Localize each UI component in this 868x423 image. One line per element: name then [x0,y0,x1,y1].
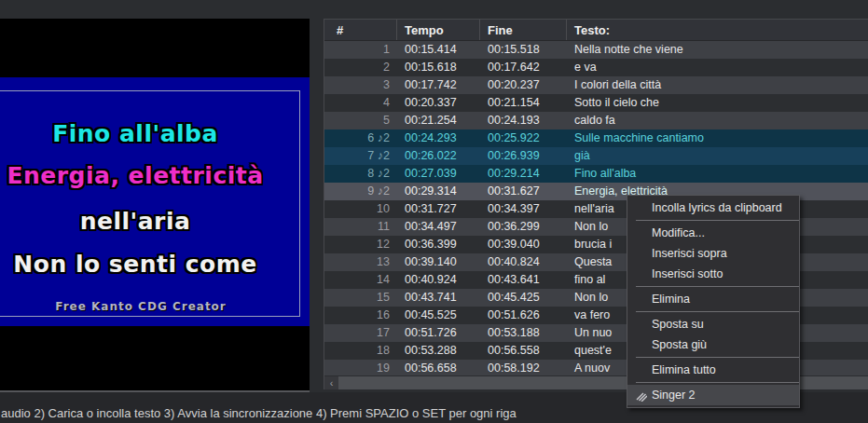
menu-item-label: Elimina [652,293,690,306]
cell-number: 16 [324,307,397,324]
cell-fine: 00:53.188 [480,324,567,342]
karaoke-lyric-line: nell'aria [0,208,270,235]
column-header-testo[interactable]: Testo: [567,20,868,40]
table-row[interactable]: 100:15.41400:15.518Nella notte che viene [324,41,868,59]
cell-fine: 00:25.922 [480,130,567,147]
cell-tempo: 00:39.140 [397,253,480,271]
cell-number: 19 [324,360,397,375]
cell-fine: 00:26.939 [480,147,567,165]
cell-tempo: 00:29.314 [397,183,480,200]
column-header-number[interactable]: # [324,20,397,40]
table-header: # Tempo Fine Testo: [324,20,868,41]
cdg-watermark: Free Kanto CDG Creator [6,300,276,313]
cell-number: 15 [324,289,397,307]
cell-number: 5 [324,112,397,130]
menu-item-elimina[interactable]: Elimina [627,289,799,309]
cell-fine: 00:51.626 [480,307,567,324]
menu-item-label: Sposta giù [652,338,707,351]
preview-lines: Fino all'albaEnergia, elettricitànell'ar… [0,77,270,326]
cell-tempo: 00:31.727 [397,200,480,218]
cell-tempo: 00:53.288 [397,342,480,360]
table-row[interactable]: 6 ♪200:24.29300:25.922Sulle macchine can… [324,130,868,147]
cell-tempo: 00:56.658 [397,360,480,375]
menu-separator [636,311,799,312]
scrollbar-left-arrow-icon[interactable]: ‹ [324,376,338,389]
cell-fine: 00:17.642 [480,59,567,76]
cell-fine: 00:45.425 [480,289,567,307]
cell-testo: Nella notte che viene [567,41,868,59]
menu-item-modifica[interactable]: Modifica... [627,223,799,243]
cell-testo: già [567,147,868,165]
cell-number: 17 [324,324,397,342]
karaoke-lyric-line: Energia, elettricità [0,162,270,189]
menu-separator [636,357,799,358]
cell-number: 8 ♪2 [324,165,397,183]
cell-number: 13 [324,253,397,271]
column-header-fine[interactable]: Fine [480,20,567,40]
cell-number: 6 ♪2 [324,130,397,147]
cell-fine: 00:36.299 [480,218,567,236]
table-row[interactable]: 7 ♪200:26.02200:26.939già [324,147,868,165]
cell-tempo: 00:34.497 [397,218,480,236]
cell-fine: 00:31.627 [480,183,567,200]
menu-item-label: Elimina tutto [652,363,716,376]
cell-fine: 00:40.824 [480,253,567,271]
menu-item-inserisci-sopra[interactable]: Inserisci sopra [627,243,799,264]
cell-tempo: 00:43.741 [397,289,480,307]
cell-tempo: 00:27.039 [397,165,480,183]
cell-tempo: 00:36.399 [397,236,480,253]
table-row[interactable]: 200:15.61800:17.642e va [324,59,868,76]
cell-fine: 00:56.558 [480,342,567,360]
cell-testo: caldo fa [567,112,868,130]
karaoke-lyric-line: Non lo senti come [0,251,270,278]
cell-tempo: 00:17.742 [397,76,480,94]
table-row[interactable]: 400:20.33700:21.154Sotto il cielo che [324,94,868,112]
cell-number: 3 [324,76,397,94]
cell-testo: Fino all'alba [567,165,868,183]
menu-item-sposta-su[interactable]: Sposta su [627,314,799,334]
menu-item-incolla-lyrics-da-clipboard[interactable]: Incolla lyrics da clipboard [627,198,799,218]
cell-number: 9 ♪2 [324,183,397,200]
cell-fine: 00:20.237 [480,76,567,94]
cell-testo: Sulle macchine cantiamo [567,130,868,147]
cell-testo: Sotto il cielo che [567,94,868,112]
cell-tempo: 00:51.726 [397,324,480,342]
table-row[interactable]: 500:21.25400:24.193caldo fa [324,112,868,130]
cell-tempo: 00:40.924 [397,271,480,289]
cell-number: 4 [324,94,397,112]
cell-number: 7 ♪2 [324,147,397,165]
cell-fine: 00:21.154 [480,94,567,112]
cell-testo: I colori della città [567,76,868,94]
menu-item-singer-2[interactable]: Singer 2 [627,385,799,405]
menu-separator [636,286,799,287]
kanto-cdg-creator-window: Fino all'albaEnergia, elettricitànell'ar… [0,0,868,423]
table-row[interactable]: 8 ♪200:27.03900:29.214Fino all'alba [324,165,868,183]
menu-item-inserisci-sotto[interactable]: Inserisci sotto [627,264,799,284]
karaoke-lyric-line: Fino all'alba [0,120,270,147]
cell-fine: 00:58.192 [480,360,567,375]
menu-item-elimina-tutto[interactable]: Elimina tutto [627,360,799,380]
menu-item-label: Modifica... [652,226,705,239]
cell-tempo: 00:24.293 [397,130,480,147]
menu-separator [636,382,799,383]
table-row[interactable]: 300:17.74200:20.237I colori della città [324,76,868,94]
cell-number: 14 [324,271,397,289]
cell-tempo: 00:26.022 [397,147,480,165]
cell-number: 18 [324,342,397,360]
cell-tempo: 00:15.414 [397,41,480,59]
cell-fine: 00:24.193 [480,112,567,130]
cdg-screen: Fino all'albaEnergia, elettricitànell'ar… [0,77,310,326]
menu-separator [636,220,799,221]
cell-number: 2 [324,59,397,76]
column-header-tempo[interactable]: Tempo [397,20,480,40]
cell-tempo: 00:21.254 [397,112,480,130]
menu-item-sposta-gi[interactable]: Sposta giù [627,334,799,355]
pencil-icon [635,389,647,402]
cell-number: 1 [324,41,397,59]
cell-testo: e va [567,59,868,76]
menu-item-label: Incolla lyrics da clipboard [652,201,782,214]
cell-number: 11 [324,218,397,236]
cell-tempo: 00:45.525 [397,307,480,324]
menu-item-label: Sposta su [652,318,704,331]
cell-fine: 00:29.214 [480,165,567,183]
